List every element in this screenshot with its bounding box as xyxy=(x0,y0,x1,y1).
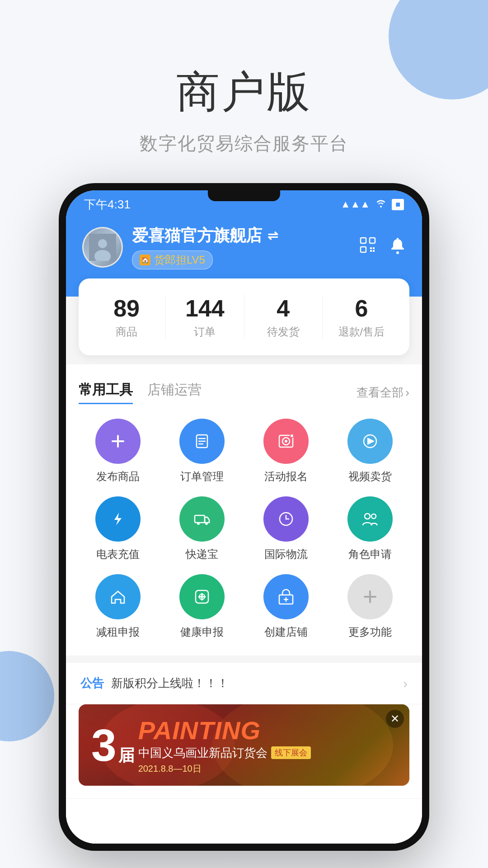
svg-point-1 xyxy=(98,239,107,248)
stat-pending[interactable]: 4 待发货 xyxy=(244,295,322,339)
battery-icon: ■ xyxy=(392,199,404,210)
signal-icon: ▲▲▲ xyxy=(341,198,370,210)
tools-tabs: 常用工具 店铺运营 xyxy=(79,381,202,404)
page-subtitle: 数字化贸易综合服务平台 xyxy=(0,131,488,156)
scan-button[interactable] xyxy=(359,236,377,258)
tool-label-express: 快递宝 xyxy=(186,547,218,561)
tool-express[interactable]: 快递宝 xyxy=(163,496,241,561)
banner-number: 3 xyxy=(91,722,117,768)
tool-icon-publish xyxy=(95,419,141,464)
section-divider xyxy=(66,656,422,663)
tool-label-more: 更多功能 xyxy=(348,625,392,639)
stat-refund-label: 退款/售后 xyxy=(323,325,400,339)
tool-label-electric: 电表充值 xyxy=(96,547,140,561)
banner-dates: 2021.8.8—10日 xyxy=(138,763,311,775)
tools-section: 常用工具 店铺运营 查看全部 › 发布商品 xyxy=(66,364,422,656)
tool-label-orders: 订单管理 xyxy=(180,469,224,484)
stat-products-label: 商品 xyxy=(88,325,165,339)
tool-label-publish: 发布商品 xyxy=(96,469,140,484)
phone-frame: 下午4:31 ▲▲▲ ■ xyxy=(59,183,429,851)
banner-subtitle: 中国义乌画业新品订货会 xyxy=(138,745,267,761)
tool-icon-health xyxy=(179,574,225,619)
notification-button[interactable] xyxy=(389,236,406,258)
stat-refund-value: 6 xyxy=(323,295,400,322)
tool-label-rent: 减租申报 xyxy=(96,625,140,639)
tool-role[interactable]: 角色申请 xyxy=(331,496,409,561)
tool-orders[interactable]: 订单管理 xyxy=(163,419,241,484)
chevron-right-icon: › xyxy=(405,386,409,400)
tools-grid: 发布商品 订单管理 xyxy=(79,419,409,646)
tool-label-logistics: 国际物流 xyxy=(264,547,308,561)
notice-tag: 公告 xyxy=(80,675,104,691)
wifi-icon xyxy=(375,198,386,210)
tool-logistics[interactable]: 国际物流 xyxy=(247,496,325,561)
tab-common-tools[interactable]: 常用工具 xyxy=(79,381,133,404)
tool-video[interactable]: 视频卖货 xyxy=(331,419,409,484)
banner-title: PAINTING xyxy=(138,716,311,745)
stat-products-value: 89 xyxy=(88,295,165,322)
svg-marker-21 xyxy=(367,438,375,445)
switch-icon[interactable]: ⇌ xyxy=(267,228,278,243)
tool-label-create-store: 创建店铺 xyxy=(264,625,308,639)
avatar xyxy=(82,227,123,268)
page-header: 商户版 数字化贸易综合服务平台 xyxy=(0,0,488,183)
avatar-image xyxy=(84,228,122,266)
badge-text: 货郎担LV5 xyxy=(154,253,205,267)
tool-icon-rent xyxy=(95,574,141,619)
svg-rect-24 xyxy=(195,515,205,523)
notice-bar[interactable]: 公告 新版积分上线啦！！！ › xyxy=(66,663,422,704)
phone-wrapper: 下午4:31 ▲▲▲ ■ xyxy=(0,183,488,851)
tool-icon-create-store xyxy=(263,574,309,619)
stat-pending-value: 4 xyxy=(244,295,322,322)
tab-store-operations[interactable]: 店铺运营 xyxy=(147,381,202,404)
stat-pending-label: 待发货 xyxy=(244,325,322,339)
stat-refund[interactable]: 6 退款/售后 xyxy=(322,295,400,339)
notice-arrow-icon: › xyxy=(403,676,408,691)
tool-create-store[interactable]: 创建店铺 xyxy=(247,574,325,639)
stats-card: 89 商品 144 订单 4 待发货 6 退款/售后 xyxy=(79,278,409,355)
tool-icon-video xyxy=(347,419,393,464)
banner-image[interactable]: 3 届 PAINTING 中国义乌画业新品订货会 线下展会 2021.8.8—1… xyxy=(79,704,409,786)
tool-publish[interactable]: 发布商品 xyxy=(79,419,157,484)
svg-rect-9 xyxy=(373,250,375,252)
badge-icon: 🏠 xyxy=(140,255,150,265)
svg-point-26 xyxy=(205,522,208,525)
banner-exhibit-tag: 线下展会 xyxy=(271,746,311,759)
tool-rent[interactable]: 减租申报 xyxy=(79,574,157,639)
svg-point-19 xyxy=(285,440,287,443)
svg-rect-4 xyxy=(370,238,375,243)
tool-electric[interactable]: 电表充值 xyxy=(79,496,157,561)
tool-icon-role xyxy=(347,496,393,542)
stat-orders[interactable]: 144 订单 xyxy=(165,295,244,339)
tools-header: 常用工具 店铺运营 查看全部 › xyxy=(79,381,409,404)
store-name: 爱喜猫官方旗舰店 ⇌ xyxy=(132,225,278,247)
svg-rect-6 xyxy=(370,247,372,249)
status-time: 下午4:31 xyxy=(84,197,131,212)
bottom-nav xyxy=(66,798,422,844)
phone-screen: 下午4:31 ▲▲▲ ■ xyxy=(66,190,422,844)
header-actions xyxy=(359,236,406,258)
svg-rect-5 xyxy=(361,247,366,252)
tool-more[interactable]: 更多功能 xyxy=(331,574,409,639)
tool-icon-orders xyxy=(179,419,225,464)
svg-rect-8 xyxy=(370,250,372,252)
tool-icon-express xyxy=(179,496,225,542)
tool-icon-activity xyxy=(263,419,309,464)
svg-point-20 xyxy=(290,434,294,438)
view-all-button[interactable]: 查看全部 › xyxy=(357,385,409,401)
tool-label-role: 角色申请 xyxy=(348,547,392,561)
tool-icon-electric xyxy=(95,496,141,542)
banner-ordinal: 届 xyxy=(118,745,135,767)
tool-activity[interactable]: 活动报名 xyxy=(247,419,325,484)
tool-health[interactable]: 健康申报 xyxy=(163,574,241,639)
stat-orders-value: 144 xyxy=(166,295,244,322)
phone-notch xyxy=(208,190,280,201)
svg-rect-7 xyxy=(373,247,375,249)
page-title: 商户版 xyxy=(0,63,488,122)
tool-label-activity: 活动报名 xyxy=(264,469,308,484)
svg-marker-23 xyxy=(114,513,122,525)
user-left: 爱喜猫官方旗舰店 ⇌ 🏠 货郎担LV5 xyxy=(82,225,278,269)
stat-products[interactable]: 89 商品 xyxy=(88,295,165,339)
svg-rect-3 xyxy=(361,238,366,243)
stat-orders-label: 订单 xyxy=(166,325,244,339)
